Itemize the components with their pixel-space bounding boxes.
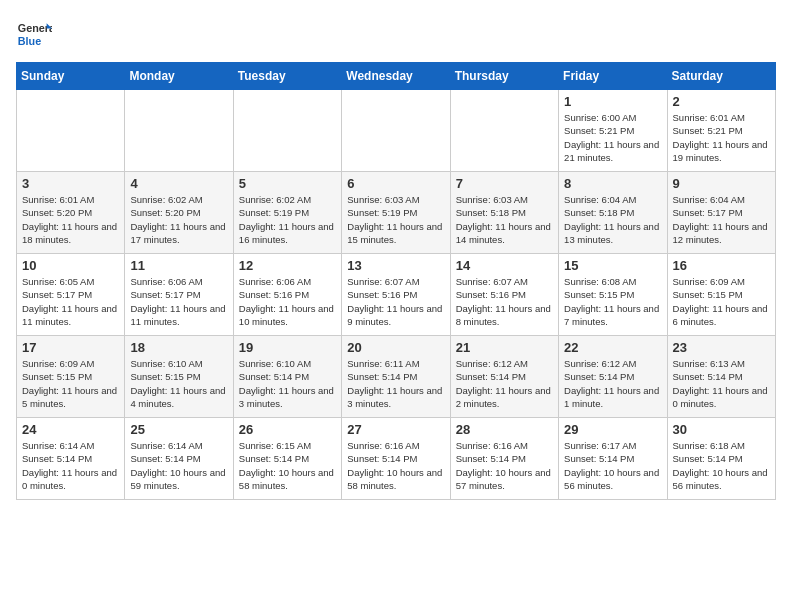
day-detail: Sunrise: 6:00 AM Sunset: 5:21 PM Dayligh…: [564, 111, 661, 164]
day-detail: Sunrise: 6:03 AM Sunset: 5:19 PM Dayligh…: [347, 193, 444, 246]
calendar-cell: 27Sunrise: 6:16 AM Sunset: 5:14 PM Dayli…: [342, 418, 450, 500]
day-detail: Sunrise: 6:12 AM Sunset: 5:14 PM Dayligh…: [564, 357, 661, 410]
day-detail: Sunrise: 6:11 AM Sunset: 5:14 PM Dayligh…: [347, 357, 444, 410]
day-number: 11: [130, 258, 227, 273]
calendar-cell: 21Sunrise: 6:12 AM Sunset: 5:14 PM Dayli…: [450, 336, 558, 418]
calendar-cell: 20Sunrise: 6:11 AM Sunset: 5:14 PM Dayli…: [342, 336, 450, 418]
calendar-cell: 23Sunrise: 6:13 AM Sunset: 5:14 PM Dayli…: [667, 336, 775, 418]
calendar-cell: 26Sunrise: 6:15 AM Sunset: 5:14 PM Dayli…: [233, 418, 341, 500]
calendar-cell: [450, 90, 558, 172]
day-number: 26: [239, 422, 336, 437]
day-detail: Sunrise: 6:16 AM Sunset: 5:14 PM Dayligh…: [347, 439, 444, 492]
calendar-cell: 16Sunrise: 6:09 AM Sunset: 5:15 PM Dayli…: [667, 254, 775, 336]
page-header: General Blue: [16, 16, 776, 52]
day-number: 3: [22, 176, 119, 191]
day-number: 25: [130, 422, 227, 437]
calendar-cell: 18Sunrise: 6:10 AM Sunset: 5:15 PM Dayli…: [125, 336, 233, 418]
day-number: 2: [673, 94, 770, 109]
day-number: 10: [22, 258, 119, 273]
day-number: 5: [239, 176, 336, 191]
day-detail: Sunrise: 6:04 AM Sunset: 5:18 PM Dayligh…: [564, 193, 661, 246]
day-detail: Sunrise: 6:07 AM Sunset: 5:16 PM Dayligh…: [347, 275, 444, 328]
logo: General Blue: [16, 16, 52, 52]
calendar-cell: 13Sunrise: 6:07 AM Sunset: 5:16 PM Dayli…: [342, 254, 450, 336]
day-detail: Sunrise: 6:08 AM Sunset: 5:15 PM Dayligh…: [564, 275, 661, 328]
day-number: 30: [673, 422, 770, 437]
calendar-cell: 29Sunrise: 6:17 AM Sunset: 5:14 PM Dayli…: [559, 418, 667, 500]
calendar-table: SundayMondayTuesdayWednesdayThursdayFrid…: [16, 62, 776, 500]
day-number: 28: [456, 422, 553, 437]
calendar-cell: 24Sunrise: 6:14 AM Sunset: 5:14 PM Dayli…: [17, 418, 125, 500]
day-number: 7: [456, 176, 553, 191]
calendar-cell: 1Sunrise: 6:00 AM Sunset: 5:21 PM Daylig…: [559, 90, 667, 172]
calendar-cell: 10Sunrise: 6:05 AM Sunset: 5:17 PM Dayli…: [17, 254, 125, 336]
day-header-thursday: Thursday: [450, 63, 558, 90]
day-number: 14: [456, 258, 553, 273]
day-header-tuesday: Tuesday: [233, 63, 341, 90]
calendar-cell: 9Sunrise: 6:04 AM Sunset: 5:17 PM Daylig…: [667, 172, 775, 254]
calendar-cell: [17, 90, 125, 172]
day-detail: Sunrise: 6:06 AM Sunset: 5:16 PM Dayligh…: [239, 275, 336, 328]
day-detail: Sunrise: 6:14 AM Sunset: 5:14 PM Dayligh…: [22, 439, 119, 492]
day-detail: Sunrise: 6:04 AM Sunset: 5:17 PM Dayligh…: [673, 193, 770, 246]
day-number: 8: [564, 176, 661, 191]
logo-icon: General Blue: [16, 16, 52, 52]
calendar-cell: 2Sunrise: 6:01 AM Sunset: 5:21 PM Daylig…: [667, 90, 775, 172]
day-number: 29: [564, 422, 661, 437]
day-number: 17: [22, 340, 119, 355]
calendar-cell: 12Sunrise: 6:06 AM Sunset: 5:16 PM Dayli…: [233, 254, 341, 336]
day-detail: Sunrise: 6:01 AM Sunset: 5:21 PM Dayligh…: [673, 111, 770, 164]
calendar-cell: 7Sunrise: 6:03 AM Sunset: 5:18 PM Daylig…: [450, 172, 558, 254]
day-header-sunday: Sunday: [17, 63, 125, 90]
day-detail: Sunrise: 6:16 AM Sunset: 5:14 PM Dayligh…: [456, 439, 553, 492]
day-detail: Sunrise: 6:06 AM Sunset: 5:17 PM Dayligh…: [130, 275, 227, 328]
day-detail: Sunrise: 6:10 AM Sunset: 5:15 PM Dayligh…: [130, 357, 227, 410]
calendar-cell: 3Sunrise: 6:01 AM Sunset: 5:20 PM Daylig…: [17, 172, 125, 254]
day-detail: Sunrise: 6:12 AM Sunset: 5:14 PM Dayligh…: [456, 357, 553, 410]
calendar-cell: 8Sunrise: 6:04 AM Sunset: 5:18 PM Daylig…: [559, 172, 667, 254]
day-detail: Sunrise: 6:13 AM Sunset: 5:14 PM Dayligh…: [673, 357, 770, 410]
day-detail: Sunrise: 6:18 AM Sunset: 5:14 PM Dayligh…: [673, 439, 770, 492]
day-detail: Sunrise: 6:02 AM Sunset: 5:19 PM Dayligh…: [239, 193, 336, 246]
day-number: 4: [130, 176, 227, 191]
day-detail: Sunrise: 6:03 AM Sunset: 5:18 PM Dayligh…: [456, 193, 553, 246]
calendar-cell: 15Sunrise: 6:08 AM Sunset: 5:15 PM Dayli…: [559, 254, 667, 336]
day-detail: Sunrise: 6:01 AM Sunset: 5:20 PM Dayligh…: [22, 193, 119, 246]
day-number: 27: [347, 422, 444, 437]
svg-text:Blue: Blue: [18, 35, 41, 47]
calendar-cell: 17Sunrise: 6:09 AM Sunset: 5:15 PM Dayli…: [17, 336, 125, 418]
day-header-friday: Friday: [559, 63, 667, 90]
calendar-cell: 6Sunrise: 6:03 AM Sunset: 5:19 PM Daylig…: [342, 172, 450, 254]
day-number: 9: [673, 176, 770, 191]
day-detail: Sunrise: 6:10 AM Sunset: 5:14 PM Dayligh…: [239, 357, 336, 410]
day-number: 19: [239, 340, 336, 355]
day-detail: Sunrise: 6:09 AM Sunset: 5:15 PM Dayligh…: [22, 357, 119, 410]
day-number: 20: [347, 340, 444, 355]
day-detail: Sunrise: 6:05 AM Sunset: 5:17 PM Dayligh…: [22, 275, 119, 328]
calendar-cell: 19Sunrise: 6:10 AM Sunset: 5:14 PM Dayli…: [233, 336, 341, 418]
day-detail: Sunrise: 6:09 AM Sunset: 5:15 PM Dayligh…: [673, 275, 770, 328]
calendar-cell: 5Sunrise: 6:02 AM Sunset: 5:19 PM Daylig…: [233, 172, 341, 254]
day-number: 13: [347, 258, 444, 273]
calendar-cell: [233, 90, 341, 172]
day-number: 12: [239, 258, 336, 273]
day-header-monday: Monday: [125, 63, 233, 90]
day-number: 1: [564, 94, 661, 109]
day-detail: Sunrise: 6:02 AM Sunset: 5:20 PM Dayligh…: [130, 193, 227, 246]
day-number: 21: [456, 340, 553, 355]
calendar-cell: 14Sunrise: 6:07 AM Sunset: 5:16 PM Dayli…: [450, 254, 558, 336]
day-number: 18: [130, 340, 227, 355]
day-detail: Sunrise: 6:14 AM Sunset: 5:14 PM Dayligh…: [130, 439, 227, 492]
calendar-cell: 25Sunrise: 6:14 AM Sunset: 5:14 PM Dayli…: [125, 418, 233, 500]
calendar-cell: 11Sunrise: 6:06 AM Sunset: 5:17 PM Dayli…: [125, 254, 233, 336]
calendar-cell: 4Sunrise: 6:02 AM Sunset: 5:20 PM Daylig…: [125, 172, 233, 254]
calendar-cell: 30Sunrise: 6:18 AM Sunset: 5:14 PM Dayli…: [667, 418, 775, 500]
day-number: 22: [564, 340, 661, 355]
day-header-saturday: Saturday: [667, 63, 775, 90]
day-header-wednesday: Wednesday: [342, 63, 450, 90]
day-number: 6: [347, 176, 444, 191]
day-detail: Sunrise: 6:15 AM Sunset: 5:14 PM Dayligh…: [239, 439, 336, 492]
day-number: 16: [673, 258, 770, 273]
calendar-cell: [342, 90, 450, 172]
calendar-cell: [125, 90, 233, 172]
